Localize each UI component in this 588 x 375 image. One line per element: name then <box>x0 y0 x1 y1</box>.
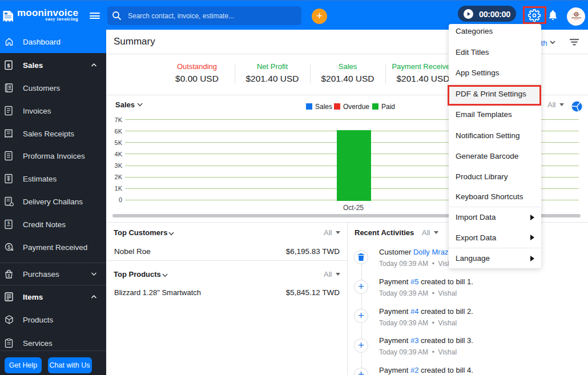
svg-text:$: $ <box>7 220 10 225</box>
svg-text:$: $ <box>8 273 10 277</box>
svg-text:$: $ <box>7 244 10 249</box>
svg-text:$: $ <box>7 62 10 68</box>
